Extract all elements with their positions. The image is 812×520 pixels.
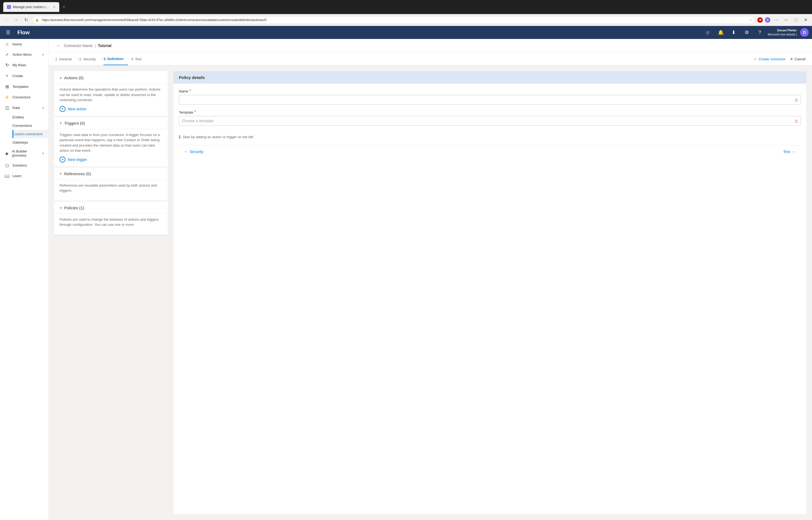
triggers-section-header: ∨ Triggers (0) <box>54 116 168 129</box>
references-section-body: References are reusable parameters used … <box>54 180 168 201</box>
sidebar-item-connections[interactable]: Connections <box>13 122 48 130</box>
nav-next-button[interactable]: Test → <box>783 150 795 154</box>
sidebar-item-entities[interactable]: Entities <box>13 113 48 122</box>
policies-section-header: ∨ Policies (1) <box>54 201 168 214</box>
triggers-chevron-icon: ∨ <box>59 121 62 125</box>
user-org: Microsoft (new default) ( <box>768 33 797 36</box>
sidebar-item-my-flows[interactable]: ↻ My flows <box>0 60 48 70</box>
sidebar-label-entities: Entities <box>13 115 24 119</box>
wizard-chevron-1: › <box>77 57 78 61</box>
extension-icon-purple[interactable]: D <box>765 17 770 23</box>
actions-chevron-icon: ∨ <box>59 76 62 80</box>
tab-bar: F Manage your custom connectors ✕ + <box>3 2 68 12</box>
more-options-button[interactable]: ⋯ <box>772 16 780 24</box>
info-notice: ℹ Start by adding an action or trigger o… <box>179 131 801 139</box>
create-connector-button[interactable]: ✓ Create connector <box>754 57 786 61</box>
cancel-label: Cancel <box>795 57 806 61</box>
sidebar-item-learn[interactable]: 📖 Learn <box>0 171 48 181</box>
address-bar-row: ← → ↻ 🔒 ☆ ⊕ D ⋯ ─ □ ✕ <box>0 14 812 26</box>
emoji-button[interactable]: ☺ <box>703 28 713 37</box>
download-button[interactable]: ⬇ <box>729 28 739 37</box>
extension-icon-red[interactable]: ⊕ <box>757 17 763 23</box>
breadcrumb-separator: | <box>95 44 96 48</box>
user-avatar[interactable]: D <box>800 28 809 37</box>
new-action-button[interactable]: + New action <box>59 106 87 112</box>
help-button[interactable]: ? <box>755 28 765 37</box>
wizard-step-test[interactable]: 4. Test <box>131 57 146 61</box>
lock-icon: 🔒 <box>35 18 39 22</box>
content-area: ← Connector Name | Tutorial 1. General ›… <box>49 39 812 520</box>
sidebar-item-solutions[interactable]: ◻ Solutions <box>0 160 48 171</box>
active-tab[interactable]: F Manage your custom connectors ✕ <box>3 2 59 12</box>
template-required-indicator: * <box>194 110 196 114</box>
settings-button[interactable]: ⚙ <box>742 28 752 37</box>
wizard-step-definition[interactable]: 3. Definition <box>103 53 128 65</box>
name-field-group: Name * ⚠ <box>179 89 801 105</box>
wizard-step-definition-label: 3. Definition <box>103 57 123 61</box>
new-tab-button[interactable]: + <box>60 3 68 11</box>
x-icon: ✕ <box>790 57 793 61</box>
sidebar-item-gateways[interactable]: Gateways <box>13 138 48 147</box>
chevron-down-icon: ∨ <box>42 53 44 56</box>
close-button[interactable]: ✕ <box>802 16 809 24</box>
sidebar-label-gateways: Gateways <box>13 140 28 145</box>
browser-actions: ⊕ D ⋯ ─ □ ✕ <box>757 16 809 24</box>
wizard-step-security[interactable]: 2. Security <box>79 57 100 61</box>
notification-button[interactable]: 🔔 <box>716 28 725 37</box>
sidebar-item-home[interactable]: ⌂ Home <box>0 39 48 49</box>
sidebar-item-data[interactable]: ◫ Data ∧ <box>0 103 48 113</box>
back-button[interactable]: ← <box>3 16 10 24</box>
address-input[interactable] <box>32 16 755 24</box>
nav-back-button[interactable]: ← Security <box>184 150 203 154</box>
triggers-section: ∨ Triggers (0) Triggers read data in fro… <box>54 116 168 167</box>
templates-icon: ⊞ <box>4 84 10 89</box>
policies-description: Policies are used to change the behavior… <box>59 217 163 227</box>
template-select[interactable]: Choose a template <box>179 116 801 126</box>
minimize-button[interactable]: ─ <box>782 16 790 24</box>
create-connector-label: Create connector <box>759 57 786 61</box>
connectors-icon: ⚡ <box>4 95 10 100</box>
references-section: ∨ References (0) References are reusable… <box>54 167 168 201</box>
new-trigger-button[interactable]: + New trigger <box>59 157 87 162</box>
wizard-step-test-label: 4. Test <box>131 57 142 61</box>
name-label-text: Name <box>179 89 188 93</box>
plus-icon-action: + <box>59 106 66 112</box>
hamburger-button[interactable]: ☰ <box>3 28 13 37</box>
info-text: Start by adding an action or trigger on … <box>183 135 254 139</box>
references-chevron-icon: ∨ <box>59 172 62 176</box>
left-panel: ∨ Actions (0) Actions determine the oper… <box>54 71 168 515</box>
sidebar-item-templates[interactable]: ⊞ Templates <box>0 81 48 92</box>
name-input[interactable] <box>179 95 801 105</box>
sidebar-item-custom-connectors[interactable]: Custom connectors <box>13 130 48 138</box>
bookmark-icon[interactable]: ☆ <box>749 18 753 22</box>
solutions-icon: ◻ <box>4 163 10 168</box>
wizard-chevron-3: › <box>129 57 130 61</box>
restore-button[interactable]: □ <box>792 16 799 24</box>
name-label: Name * <box>179 89 801 93</box>
chevron-down-icon-ai: ∨ <box>42 152 44 155</box>
tab-close-icon[interactable]: ✕ <box>53 5 55 9</box>
app-logo: Flow <box>17 29 30 36</box>
breadcrumb: ← Connector Name | Tutorial <box>49 39 812 53</box>
wizard-step-general[interactable]: 1. General <box>55 57 76 61</box>
wizard-step-security-label: 2. Security <box>79 57 96 61</box>
info-icon: ℹ <box>179 134 180 139</box>
forward-button[interactable]: → <box>13 16 20 24</box>
breadcrumb-back-button[interactable]: ← <box>55 42 62 49</box>
cancel-button[interactable]: ✕ Cancel <box>790 57 806 61</box>
nav-footer: ← Security Test → <box>179 145 801 158</box>
sidebar-sub-data: Entities Connections Custom connectors G… <box>0 113 48 147</box>
sidebar-item-connectors[interactable]: ⚡ Connectors <box>0 92 48 103</box>
actions-description: Actions determine the operations that us… <box>59 87 163 103</box>
references-section-header: ∨ References (0) <box>54 167 168 180</box>
policies-chevron-icon: ∨ <box>59 206 62 210</box>
policies-section-body: Policies are used to change the behavior… <box>54 214 168 235</box>
refresh-button[interactable]: ↻ <box>22 16 30 24</box>
tab-favicon: F <box>7 5 11 9</box>
sidebar-label-templates: Templates <box>13 85 28 89</box>
address-wrap: 🔒 ☆ <box>32 16 755 24</box>
sidebar-item-create[interactable]: ＋ Create <box>0 70 48 81</box>
sidebar-item-action-items[interactable]: ✓ Action items ∨ <box>0 49 48 60</box>
sidebar-item-ai-builder[interactable]: ◈ AI Builder (preview) ∨ <box>0 147 48 160</box>
browser-chrome: F Manage your custom connectors ✕ + <box>0 0 812 14</box>
